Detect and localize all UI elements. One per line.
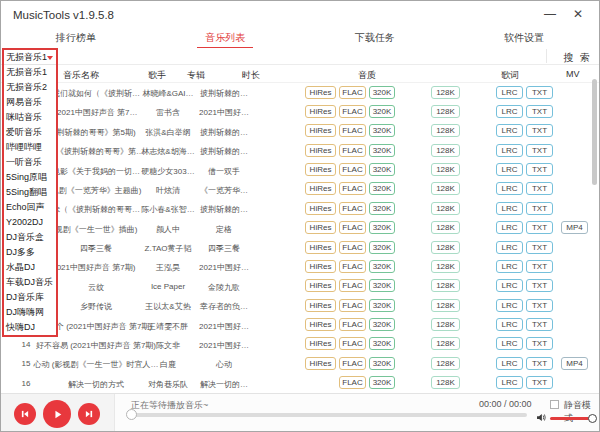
txt-button[interactable]: TXT: [526, 163, 553, 176]
hires-button[interactable]: HiRes: [305, 318, 336, 331]
tab-music-list[interactable]: 音乐列表: [151, 31, 301, 48]
hires-button[interactable]: HiRes: [305, 163, 336, 176]
tab-settings[interactable]: 软件设置: [450, 31, 600, 48]
source-item[interactable]: 车载DJ音乐: [4, 275, 56, 290]
table-row[interactable]: 乡野传说王以太&艾热幸存者的负…HiResFLAC320K128KLRCTXT: [1, 296, 599, 315]
txt-button[interactable]: TXT: [526, 318, 553, 331]
source-item[interactable]: DJ多多: [4, 245, 56, 260]
128k-button[interactable]: 128K: [431, 86, 460, 99]
source-item[interactable]: 无损音乐1: [4, 65, 56, 80]
txt-button[interactable]: TXT: [526, 376, 553, 389]
320k-button[interactable]: 320K: [369, 105, 395, 118]
hires-button[interactable]: HiRes: [305, 202, 336, 215]
txt-button[interactable]: TXT: [526, 221, 553, 234]
320k-button[interactable]: 320K: [369, 182, 395, 195]
table-row[interactable]: 视剧《一览芳华》主题曲)叶炫清《一览芳华…HiResFLAC320K128KLR…: [1, 180, 599, 199]
mp4-button[interactable]: MP4: [561, 221, 588, 234]
mute-checkbox[interactable]: [550, 400, 559, 409]
hires-button[interactable]: HiRes: [305, 221, 336, 234]
tab-ranking[interactable]: 排行榜单: [1, 31, 151, 48]
table-row[interactable]: 16解决一切的方式对角巷乐队解决一切的…FLAC320K128KLRCTXT: [1, 374, 599, 393]
320k-button[interactable]: 320K: [369, 357, 395, 370]
flac-button[interactable]: FLAC: [339, 202, 366, 215]
source-item[interactable]: 网易音乐: [4, 95, 56, 110]
source-item[interactable]: 一听音乐: [4, 155, 56, 170]
320k-button[interactable]: 320K: [369, 376, 395, 389]
flac-button[interactable]: FLAC: [339, 124, 366, 137]
320k-button[interactable]: 320K: [369, 279, 395, 292]
txt-button[interactable]: TXT: [526, 182, 553, 195]
previous-button[interactable]: [14, 403, 36, 425]
hires-button[interactable]: HiRes: [305, 124, 336, 137]
flac-button[interactable]: FLAC: [339, 163, 366, 176]
table-row[interactable]: 021中国好声音 第7期)王泓昊2021中国好…HiResFLAC320K128…: [1, 257, 599, 276]
128k-button[interactable]: 128K: [431, 357, 460, 370]
128k-button[interactable]: 128K: [431, 279, 460, 292]
hires-button[interactable]: HiRes: [305, 260, 336, 273]
flac-button[interactable]: FLAC: [339, 357, 366, 370]
source-item[interactable]: DJ音乐盒: [4, 230, 56, 245]
source-item[interactable]: 5Sing原唱: [4, 170, 56, 185]
lrc-button[interactable]: LRC: [496, 299, 523, 312]
table-row[interactable]: 电影《关于我妈的一切…硬糖少女303…借一双手HiResFLAC320K128K…: [1, 161, 599, 180]
hires-button[interactable]: HiRes: [305, 105, 336, 118]
txt-button[interactable]: TXT: [526, 202, 553, 215]
320k-button[interactable]: 320K: [369, 163, 395, 176]
progress-bar[interactable]: [131, 413, 527, 417]
table-row[interactable]: 四季三餐Z.TAO黄子韬四季三餐HiResFLAC320K128KLRCTXT: [1, 238, 599, 257]
320k-button[interactable]: 320K: [369, 124, 395, 137]
lrc-button[interactable]: LRC: [496, 260, 523, 273]
128k-button[interactable]: 128K: [431, 105, 460, 118]
txt-button[interactable]: TXT: [526, 299, 553, 312]
minimize-button[interactable]: —: [541, 7, 559, 21]
hires-button[interactable]: HiRes: [305, 241, 336, 254]
320k-button[interactable]: 320K: [369, 260, 395, 273]
source-item[interactable]: 无损音乐2: [4, 80, 56, 95]
lrc-button[interactable]: LRC: [496, 202, 523, 215]
128k-button[interactable]: 128K: [431, 221, 460, 234]
flac-button[interactable]: FLAC: [339, 221, 366, 234]
lrc-button[interactable]: LRC: [496, 376, 523, 389]
flac-button[interactable]: FLAC: [339, 144, 366, 157]
lrc-button[interactable]: LRC: [496, 241, 523, 254]
320k-button[interactable]: 320K: [369, 318, 395, 331]
mp4-button[interactable]: MP4: [561, 357, 588, 370]
128k-button[interactable]: 128K: [431, 163, 460, 176]
128k-button[interactable]: 128K: [431, 202, 460, 215]
source-item[interactable]: 哔哩哔哩: [4, 140, 56, 155]
txt-button[interactable]: TXT: [526, 86, 553, 99]
source-item[interactable]: DJ嗨嗨网: [4, 305, 56, 320]
320k-button[interactable]: 320K: [369, 202, 395, 215]
next-button[interactable]: [78, 403, 100, 425]
lrc-button[interactable]: LRC: [496, 124, 523, 137]
volume-thumb[interactable]: [588, 414, 597, 423]
table-row[interactable]: (2021中国好声音 第7…雷书含2021中国好…HiResFLAC320K12…: [1, 102, 599, 121]
320k-button[interactable]: 320K: [369, 299, 395, 312]
txt-button[interactable]: TXT: [526, 144, 553, 157]
lrc-button[interactable]: LRC: [496, 221, 523, 234]
320k-button[interactable]: 320K: [369, 86, 395, 99]
128k-button[interactable]: 128K: [431, 299, 460, 312]
128k-button[interactable]: 128K: [431, 376, 460, 389]
source-item[interactable]: Echo回声: [4, 200, 56, 215]
128k-button[interactable]: 128K: [431, 260, 460, 273]
128k-button[interactable]: 128K: [431, 144, 460, 157]
table-row[interactable]: 13下一个 (2021中国好声音 第7期)王靖雯不胖2021中国好…HiResF…: [1, 316, 599, 335]
hires-button[interactable]: HiRes: [305, 86, 336, 99]
table-row[interactable]: 云纹Ice Paper金陵九歌HiResFLAC320K128KLRCTXT: [1, 277, 599, 296]
table-row[interactable]: 15心动 (影视剧《一生一世》时宜人…白鹿心动HiResFLAC320K128K…: [1, 354, 599, 373]
128k-button[interactable]: 128K: [431, 337, 460, 350]
320k-button[interactable]: 320K: [369, 221, 395, 234]
flac-button[interactable]: FLAC: [339, 241, 366, 254]
320k-button[interactable]: 320K: [369, 144, 395, 157]
lrc-button[interactable]: LRC: [496, 357, 523, 370]
source-item[interactable]: 水晶DJ: [4, 260, 56, 275]
txt-button[interactable]: TXT: [526, 337, 553, 350]
lrc-button[interactable]: LRC: [496, 105, 523, 118]
source-item[interactable]: Y2002DJ: [4, 215, 56, 230]
txt-button[interactable]: TXT: [526, 357, 553, 370]
flac-button[interactable]: FLAC: [339, 105, 366, 118]
progress-thumb[interactable]: [126, 409, 137, 420]
320k-button[interactable]: 320K: [369, 241, 395, 254]
table-row[interactable]: 荆斩棘的哥哥》第5期)张淇&白举纲披荆斩棘的…HiResFLAC320K128K…: [1, 122, 599, 141]
